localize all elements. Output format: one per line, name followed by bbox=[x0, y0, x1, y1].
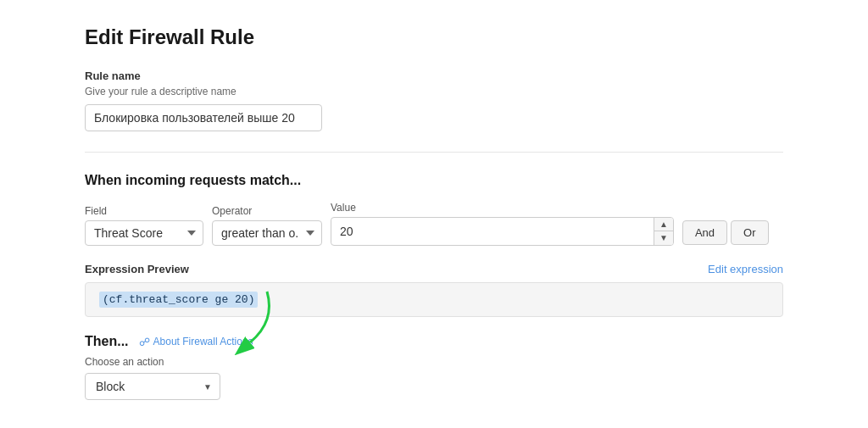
spinner-down-button[interactable]: ▼ bbox=[654, 231, 673, 245]
action-select[interactable]: Block bbox=[85, 373, 220, 400]
page-title: Edit Firewall Rule bbox=[85, 25, 783, 49]
section-divider bbox=[85, 152, 783, 153]
then-label: Then... bbox=[85, 334, 129, 349]
then-header: Then... ☍ About Firewall Actions bbox=[85, 334, 783, 349]
logic-buttons: And Or bbox=[682, 220, 769, 245]
field-group: Field Threat Score bbox=[85, 205, 203, 246]
value-column-label: Value bbox=[331, 202, 674, 214]
expression-preview-box: (cf.threat_score ge 20) bbox=[85, 282, 783, 317]
spinner-buttons: ▲ ▼ bbox=[654, 218, 673, 245]
action-select-wrapper: Block ▼ bbox=[85, 373, 220, 400]
conditions-section: When incoming requests match... Field Th… bbox=[85, 173, 783, 246]
spinner-up-button[interactable]: ▲ bbox=[654, 218, 673, 231]
operator-group: Operator greater than o... bbox=[212, 205, 322, 246]
edit-expression-link[interactable]: Edit expression bbox=[708, 263, 783, 275]
value-number-input[interactable] bbox=[331, 220, 654, 243]
value-input-wrapper: ▲ ▼ bbox=[331, 217, 674, 246]
expression-section: Expression Preview Edit expression (cf.t… bbox=[85, 263, 783, 317]
info-icon: ☍ bbox=[139, 336, 150, 348]
field-column-label: Field bbox=[85, 205, 203, 217]
and-button[interactable]: And bbox=[682, 220, 727, 245]
page-container: Edit Firewall Rule Rule name Give your r… bbox=[0, 0, 868, 428]
field-select[interactable]: Threat Score bbox=[85, 220, 203, 246]
rule-name-label: Rule name bbox=[85, 69, 783, 82]
then-section: Then... ☍ About Firewall Actions Choose … bbox=[85, 334, 783, 400]
choose-action-label: Choose an action bbox=[85, 356, 783, 368]
expression-code: (cf.threat_score ge 20) bbox=[99, 292, 258, 308]
rule-name-input[interactable] bbox=[85, 104, 322, 131]
conditions-title: When incoming requests match... bbox=[85, 173, 783, 188]
expression-header: Expression Preview Edit expression bbox=[85, 263, 783, 275]
rule-name-hint: Give your rule a descriptive name bbox=[85, 86, 783, 97]
operator-select[interactable]: greater than o... bbox=[212, 220, 322, 246]
or-button[interactable]: Or bbox=[731, 220, 768, 245]
rule-name-section: Rule name Give your rule a descriptive n… bbox=[85, 69, 783, 131]
operator-column-label: Operator bbox=[212, 205, 322, 217]
value-group: Value ▲ ▼ bbox=[331, 202, 674, 246]
about-firewall-actions-link[interactable]: ☍ About Firewall Actions bbox=[139, 336, 253, 348]
expression-label: Expression Preview bbox=[85, 263, 189, 275]
conditions-row: Field Threat Score Operator greater than… bbox=[85, 202, 783, 246]
about-link-text: About Firewall Actions bbox=[153, 336, 253, 347]
